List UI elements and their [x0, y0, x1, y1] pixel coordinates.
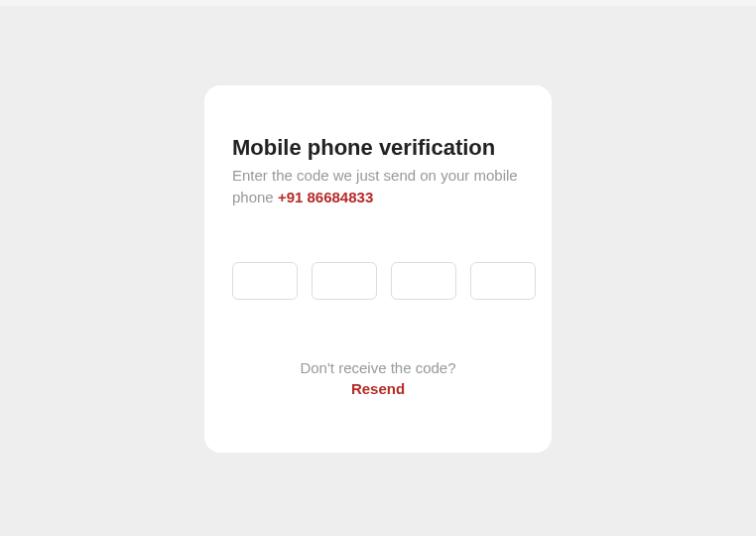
code-digit-3[interactable]	[391, 262, 456, 300]
no-receive-text: Don't receive the code?	[232, 359, 524, 376]
page-container: Mobile phone verification Enter the code…	[0, 6, 756, 453]
resend-link[interactable]: Resend	[232, 380, 524, 397]
card-title: Mobile phone verification	[232, 135, 524, 161]
phone-number: +91 86684833	[278, 189, 373, 205]
code-input-group	[232, 262, 524, 300]
card-subtitle: Enter the code we just send on your mobi…	[232, 165, 524, 208]
code-digit-1[interactable]	[232, 262, 298, 300]
code-digit-4[interactable]	[470, 262, 536, 300]
verification-card: Mobile phone verification Enter the code…	[204, 85, 552, 453]
code-digit-2[interactable]	[312, 262, 377, 300]
subtitle-text: Enter the code we just send on your mobi…	[232, 167, 518, 205]
